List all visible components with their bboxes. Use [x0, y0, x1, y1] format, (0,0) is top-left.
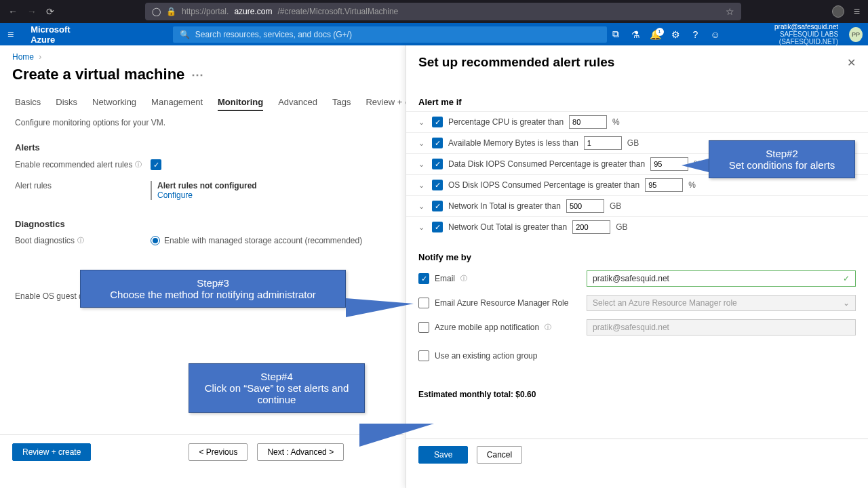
feedback-icon[interactable]: ☺ [706, 29, 724, 40]
condition-checkbox[interactable]: ✓ [432, 117, 443, 127]
chevron-right-icon: › [39, 52, 41, 62]
condition-input[interactable] [584, 136, 622, 150]
gear-icon[interactable]: ⚙ [667, 29, 685, 40]
notify-arm-placeholder: Select an Azure Resource Manager role [593, 298, 737, 308]
tab-advanced[interactable]: Advanced [278, 94, 317, 111]
callout-tail [682, 159, 709, 172]
tab-disks[interactable]: Disks [56, 94, 77, 111]
boot-diag-option: Enable with managed storage account (rec… [164, 236, 362, 245]
user-email: pratik@safesquid.net [730, 23, 838, 30]
breadcrumb-home[interactable]: Home [12, 52, 34, 62]
condition-row: ⌄✓Percentage CPU is greater than% [406, 111, 868, 132]
condition-row: ⌄✓Network In Total is greater thanGB [406, 195, 868, 216]
next-button[interactable]: Next : Advanced > [257, 443, 344, 461]
info-icon[interactable]: ⓘ [460, 274, 467, 283]
condition-unit: GB [616, 222, 627, 232]
azure-banner: ≡ Microsoft Azure 🔍 Search resources, se… [0, 23, 868, 45]
boot-diag-label: Boot diagnostics [15, 236, 75, 245]
existing-group-checkbox[interactable] [418, 350, 429, 361]
condition-checkbox[interactable]: ✓ [432, 222, 443, 232]
info-icon[interactable]: ⓘ [135, 160, 142, 169]
condition-input[interactable] [566, 199, 604, 213]
cloud-shell-icon[interactable]: ⧉ [607, 28, 625, 40]
bell-icon[interactable]: 🔔1 [646, 29, 665, 40]
shield-icon: ◯ [152, 7, 161, 16]
bell-badge: 1 [656, 28, 664, 36]
configure-link[interactable]: Configure [157, 190, 257, 200]
filter-icon[interactable]: ⚗ [627, 29, 645, 40]
callout-step3: Step#3 Choose the method for notifying a… [80, 270, 346, 308]
url-domain: azure.com [234, 7, 272, 16]
condition-input[interactable] [572, 220, 610, 234]
brand: Microsoft Azure [21, 24, 92, 45]
alert-rules-value: Alert rules not configured [157, 181, 257, 190]
notify-arm-field: Select an Azure Resource Manager role ⌄ [587, 295, 856, 311]
footer-bar: Review + create < Previous Next : Advanc… [0, 434, 403, 469]
condition-label: Network Out Total is greater than [448, 222, 567, 232]
notify-email-field[interactable]: pratik@safesquid.net ✓ [587, 270, 856, 287]
save-button[interactable]: Save [418, 446, 468, 464]
info-icon[interactable]: ⓘ [545, 323, 551, 332]
alert-rules-panel: Set up recommended alert rules ✕ Alert m… [406, 45, 868, 488]
notify-mobile-checkbox[interactable] [418, 322, 429, 333]
tab-management[interactable]: Management [151, 94, 203, 111]
chevron-down-icon[interactable]: ⌄ [418, 160, 427, 169]
page-title: Create a virtual machine [12, 66, 184, 83]
callout-step3-title: Step#3 [90, 277, 336, 289]
condition-input[interactable] [645, 178, 683, 192]
menu-icon[interactable]: ≡ [854, 5, 860, 18]
previous-button[interactable]: < Previous [189, 443, 248, 461]
tab-monitoring[interactable]: Monitoring [218, 94, 263, 111]
address-bar[interactable]: ◯ 🔒 https://portal.azure.com/#create/Mic… [145, 3, 741, 20]
condition-checkbox[interactable]: ✓ [432, 138, 443, 148]
enable-recommended-label: Enable recommended alert rules [15, 160, 132, 169]
chevron-down-icon[interactable]: ⌄ [418, 223, 427, 232]
bookmark-icon[interactable]: ☆ [726, 6, 734, 17]
notify-arm-checkbox[interactable] [418, 298, 429, 308]
callout-tail [359, 424, 434, 447]
condition-checkbox[interactable]: ✓ [432, 180, 443, 190]
avatar[interactable]: PP [849, 27, 863, 42]
back-icon[interactable]: ← [8, 6, 18, 17]
condition-input[interactable] [569, 115, 607, 129]
estimated-total: Estimated monthly total: $0.60 [406, 383, 868, 403]
chevron-down-icon[interactable]: ⌄ [418, 202, 427, 211]
condition-checkbox[interactable]: ✓ [432, 159, 443, 169]
enable-recommended-checkbox[interactable]: ✓ [151, 159, 161, 170]
cancel-button[interactable]: Cancel [477, 446, 522, 464]
browser-chrome: ← → ⟳ ◯ 🔒 https://portal.azure.com/#crea… [0, 0, 868, 23]
notify-email-label: Email [435, 274, 455, 283]
tab-basics[interactable]: Basics [15, 94, 41, 111]
hamburger-icon[interactable]: ≡ [0, 28, 21, 41]
notify-email-value: pratik@safesquid.net [593, 274, 669, 283]
condition-checkbox[interactable]: ✓ [432, 201, 443, 211]
tab-tags[interactable]: Tags [332, 94, 351, 111]
help-icon[interactable]: ? [686, 29, 705, 40]
callout-step2-title: Step#2 [719, 148, 845, 159]
more-icon[interactable]: ⋯ [191, 67, 203, 82]
condition-unit: GB [610, 201, 621, 211]
close-icon[interactable]: ✕ [847, 56, 856, 69]
notify-mobile-label: Azure mobile app notification [435, 323, 539, 332]
url-prefix: https://portal. [182, 7, 229, 16]
forward-icon[interactable]: → [27, 6, 37, 17]
callout-step4-body: Click on “Save” to set alerts and contin… [199, 382, 355, 405]
review-create-button[interactable]: Review + create [12, 443, 91, 461]
tab-networking[interactable]: Networking [92, 94, 136, 111]
profile-icon[interactable] [832, 5, 844, 18]
chevron-down-icon: ⌄ [843, 298, 850, 308]
condition-label: Data Disk IOPS Consumed Percentage is gr… [448, 159, 645, 169]
user-block[interactable]: pratik@safesquid.net SAFESQUID LABS (SAF… [726, 23, 842, 45]
condition-label: Available Memory Bytes is less than [448, 138, 578, 148]
chevron-down-icon[interactable]: ⌄ [418, 139, 427, 148]
notify-email-checkbox[interactable]: ✓ [418, 273, 429, 284]
condition-label: Percentage CPU is greater than [448, 117, 564, 127]
notify-heading: Notify me by [406, 252, 868, 266]
reload-icon[interactable]: ⟳ [46, 6, 54, 17]
boot-diag-radio[interactable] [151, 236, 160, 245]
search-input[interactable]: 🔍 Search resources, services, and docs (… [173, 26, 607, 43]
condition-label: Network In Total is greater than [448, 201, 561, 211]
info-icon[interactable]: ⓘ [77, 236, 84, 245]
chevron-down-icon[interactable]: ⌄ [418, 181, 427, 190]
chevron-down-icon[interactable]: ⌄ [418, 118, 427, 127]
